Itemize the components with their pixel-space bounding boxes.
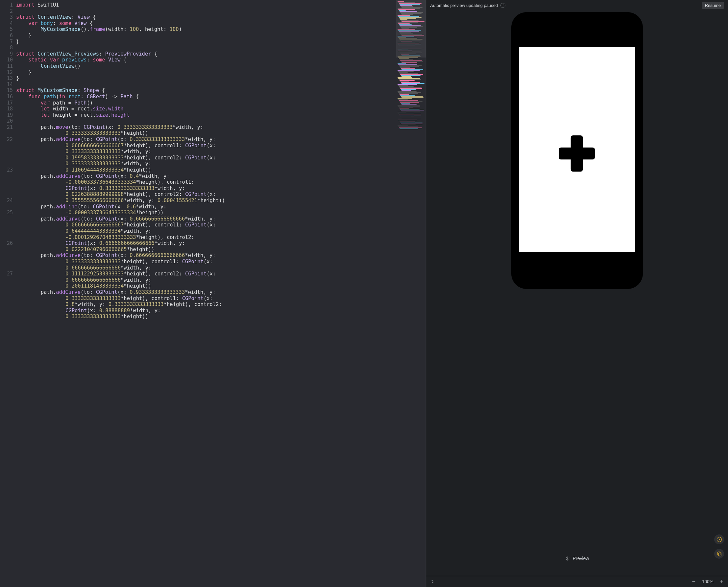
svg-rect-2 <box>719 553 721 556</box>
zoom-in-button[interactable]: + <box>720 578 723 585</box>
code-editor[interactable]: 1234567891011121314151617181920212223242… <box>0 0 426 587</box>
code-area[interactable]: import SwiftUIstruct ContentView: View {… <box>16 0 396 587</box>
zoom-level[interactable]: 100% <box>702 579 713 584</box>
zoom-out-button[interactable]: − <box>692 578 696 585</box>
plus-shape-icon <box>559 135 595 171</box>
device-frame <box>511 12 643 289</box>
zoom-bar: ✎ − 100% + <box>426 576 728 587</box>
preview-canvas[interactable]: Preview ✎ − 100% + <box>426 11 728 587</box>
svg-rect-1 <box>718 552 720 555</box>
pin-icon[interactable]: ✎ <box>430 579 436 585</box>
minimap-viewport[interactable] <box>396 0 426 57</box>
pinwheel-icon <box>565 556 570 561</box>
preview-label: Preview <box>573 556 589 561</box>
live-preview-button[interactable] <box>714 534 724 544</box>
device-screen <box>519 47 635 252</box>
preview-caption: Preview <box>426 556 728 561</box>
minimap[interactable] <box>396 0 426 587</box>
resume-button[interactable]: Resume <box>702 2 724 9</box>
preview-status-text: Automatic preview updating paused <box>430 3 498 8</box>
info-icon[interactable]: i <box>500 3 505 8</box>
duplicate-preview-button[interactable] <box>714 549 724 559</box>
preview-pane: Automatic preview updating paused i Resu… <box>426 0 728 587</box>
line-number-gutter: 1234567891011121314151617181920212223242… <box>0 0 16 587</box>
preview-status-bar: Automatic preview updating paused i Resu… <box>426 0 728 11</box>
